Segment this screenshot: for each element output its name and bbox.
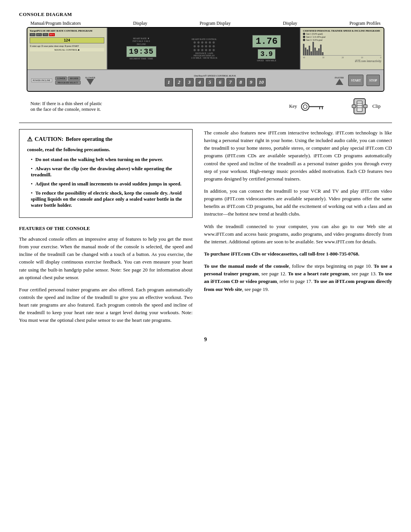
purchase-para: To purchase iFIT.com CDs or videocassett… [204,250,392,258]
caution-item-2-text: Always wear the clip (see the drawing ab… [31,166,172,177]
right-para-1: The console also features new iFIT.com i… [204,129,392,183]
console-right-panel: CERTIFIED PERSONAL TRAINER SPEED & INCLI… [300,28,384,69]
key-label: Key [289,104,297,109]
btn-5[interactable]: 5 [206,78,214,86]
btn-7[interactable]: 7 [226,78,235,86]
caution-item-1-text: Do not stand on the walking belt when tu… [35,157,163,162]
btn-2[interactable]: 2 [175,78,183,86]
console-sim-top: TargetPULSE HEART RATE CONTROL PROGRAM 5… [27,28,384,69]
start-button[interactable]: START [348,75,363,86]
svg-rect-11 [363,105,367,108]
left-column: ⚠ CAUTION: Before operating the console,… [19,129,193,329]
use-manual-strong-intro: To use the manual mode of the console [204,263,289,269]
btn-10[interactable]: 10 [257,78,266,86]
console-sim: TargetPULSE HEART RATE CONTROL PROGRAM 5… [27,27,384,92]
btn-4[interactable]: 4 [196,78,204,86]
console-diagram-wrapper: TargetPULSE HEART RATE CONTROL PROGRAM 5… [19,27,392,96]
svg-point-1 [303,105,307,109]
distance-display: 3.9 [260,50,272,58]
caution-item-3: • Adjust the speed in small increments t… [27,181,185,187]
console-diagram-title: CONSOLE DIAGRAM [19,11,392,18]
btn-9[interactable]: 9 [247,78,255,86]
caution-icon: ⚠ [27,136,32,143]
console-buttons-row: POWER INCLINE LOWER HIGHER PROGRAM SELEC… [27,69,384,91]
svg-rect-10 [352,105,356,108]
hr-control-dots [193,41,215,52]
caution-title-suffix: Before operating the [66,136,113,142]
note-line1: Note: If there is a thin sheet of plasti… [30,101,102,107]
slower-triangle[interactable] [86,79,94,85]
btn-1[interactable]: 1 [165,78,173,86]
stop-button[interactable]: STOP [366,75,380,86]
right-para-3: With the treadmill connected to your com… [204,223,392,246]
label-manual-program: Manual/Program Indicators [30,21,81,26]
svg-rect-6 [357,101,362,112]
faster-triangle[interactable] [336,79,343,85]
console-left-panel: TargetPULSE HEART RATE CONTROL PROGRAM 5… [27,28,107,69]
clip-label: Clip [372,104,381,109]
btn-8[interactable]: 8 [237,78,245,86]
clip-icon [350,98,369,115]
page-container: CONSOLE DIAGRAM Manual/Program Indicator… [19,11,392,343]
caution-item-4: • To reduce the possibility of electric … [27,190,185,208]
caution-subtitle: console, read the following precautions. [27,147,185,153]
console-center-panel: HEART RATE ▼ FAT CALS CALS INCLINE 19:35… [107,28,300,69]
btn-3[interactable]: 3 [185,78,194,86]
purchase-bold: To purchase iFIT.com CDs or videocassett… [204,251,359,257]
caution-word: CAUTION: [35,136,64,142]
features-para-1: The advanced console offers an impressiv… [19,235,193,281]
speed-display: 1.76 [256,36,278,46]
features-para-2: Four certified personal trainer programs… [19,286,193,324]
caution-title: ⚠ CAUTION: Before operating the [27,136,185,143]
page-number: 9 [19,337,392,343]
main-content: ⚠ CAUTION: Before operating the console,… [19,129,392,329]
caution-item-3-text: Adjust the speed in small increments to … [35,181,182,187]
right-para-2: In addition, you can connect the treadmi… [204,187,392,218]
use-heart-rate: To use a heart rate program [288,271,349,276]
svg-point-0 [301,103,309,110]
caution-item-1: • Do not stand on the walking belt when … [27,157,185,163]
features-section: FEATURES OF THE CONSOLE The advanced con… [19,225,193,324]
label-program-profiles: Program Profiles [349,21,381,26]
heart-rate-display: 124 [64,38,70,42]
features-title: FEATURES OF THE CONSOLE [19,225,193,232]
use-manual-para: To use the manual mode of the console, f… [204,262,392,293]
console-note: Note: If there is a thin sheet of plasti… [30,101,102,112]
console-diagram-section: CONSOLE DIAGRAM Manual/Program Indicator… [19,11,392,115]
key-icon [301,101,327,112]
label-program-display: Program Display [200,21,231,26]
section-divider [19,123,392,123]
caution-item-4-text: To reduce the possibility of electric sh… [31,190,182,208]
time-display: 19:35 [129,47,154,56]
note-line2: on the face of the console, remove it. [30,107,102,112]
caution-box: ⚠ CAUTION: Before operating the console,… [19,129,193,218]
label-display1: Display [133,21,147,26]
label-display2: Display [283,21,297,26]
right-column: The console also features new iFIT.com i… [204,129,392,329]
btn-6[interactable]: 6 [216,78,225,86]
caution-item-2: • Always wear the clip (see the drawing … [27,166,185,178]
